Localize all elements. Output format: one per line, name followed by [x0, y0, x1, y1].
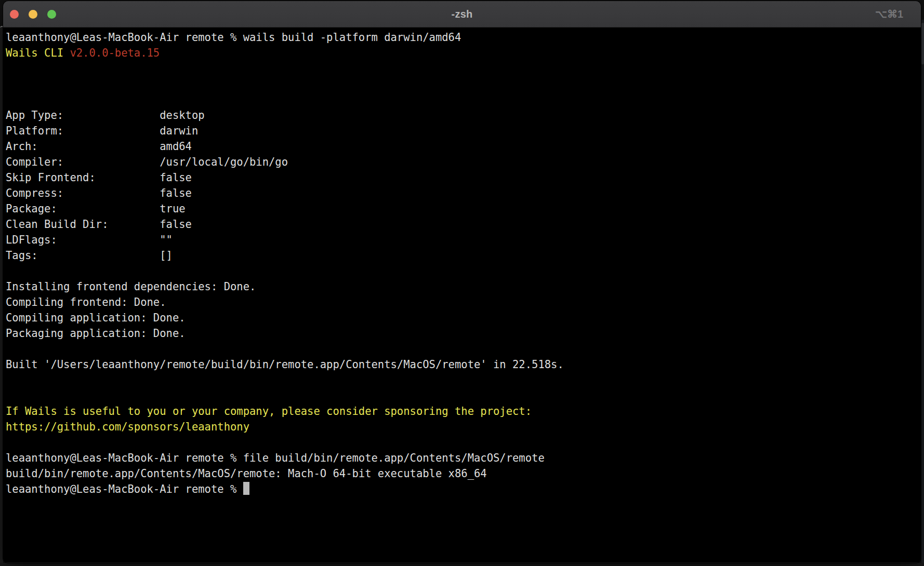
background-strip-bottom	[0, 563, 924, 566]
terminal-line: Package: true	[6, 201, 919, 217]
terminal-line: App Type: desktop	[6, 107, 919, 123]
terminal-text-segment: leaanthony@Leas-MacBook-Air remote % wai…	[6, 31, 461, 44]
titlebar[interactable]: -zsh ⌥⌘1	[3, 1, 921, 28]
window-title: -zsh	[3, 8, 921, 20]
terminal-line: Skip Frontend: false	[6, 170, 919, 185]
terminal-text-segment: Platform: darwin	[6, 125, 198, 137]
terminal-line	[6, 341, 919, 357]
terminal-line	[6, 372, 919, 388]
terminal-line: LDFlags: ""	[6, 232, 919, 248]
traffic-lights	[10, 1, 56, 27]
cursor-block	[243, 482, 249, 495]
terminal-line: Installing frontend dependencies: Done.	[6, 279, 919, 294]
terminal-text-segment: Clean Build Dir: false	[6, 218, 192, 231]
terminal-text-segment: Skip Frontend: false	[6, 171, 192, 184]
terminal-line: https://github.com/sponsors/leaanthony	[6, 419, 919, 435]
terminal-line	[6, 263, 919, 279]
terminal-text-segment: LDFlags: ""	[6, 234, 173, 246]
terminal-line: Built '/Users/leaanthony/remote/build/bi…	[6, 357, 919, 372]
terminal-line: Compiling application: Done.	[6, 310, 919, 326]
terminal-text-segment: Arch: amd64	[6, 140, 192, 153]
terminal-line: Packaging application: Done.	[6, 326, 919, 341]
terminal-text-segment: leaanthony@Leas-MacBook-Air remote %	[6, 483, 243, 495]
terminal-line: build/bin/remote.app/Contents/MacOS/remo…	[6, 466, 919, 481]
terminal-text-segment: https://github.com/sponsors/leaanthony	[6, 421, 249, 433]
terminal-line: Tags: []	[6, 248, 919, 263]
terminal-text-segment: v2.0.0-beta.15	[70, 47, 160, 59]
terminal-text-segment: If Wails is useful to you or your compan…	[6, 405, 532, 417]
terminal-line: Compress: false	[6, 185, 919, 201]
terminal-line: Compiling frontend: Done.	[6, 294, 919, 310]
terminal-line: If Wails is useful to you or your compan…	[6, 403, 919, 419]
terminal-line: Arch: amd64	[6, 139, 919, 154]
terminal-text-segment: Built '/Users/leaanthony/remote/build/bi…	[6, 358, 564, 371]
terminal-text-segment: leaanthony@Leas-MacBook-Air remote % fil…	[6, 452, 545, 464]
terminal-text-segment: Compiler: /usr/local/go/bin/go	[6, 156, 288, 168]
zoom-button[interactable]	[47, 10, 56, 19]
terminal-text-segment: Compiling frontend: Done.	[6, 296, 166, 308]
terminal-window: -zsh ⌥⌘1 leaanthony@Leas-MacBook-Air rem…	[3, 1, 921, 563]
terminal-text-segment: App Type: desktop	[6, 109, 205, 122]
terminal-line	[6, 76, 919, 92]
terminal-line	[6, 92, 919, 107]
terminal-line	[6, 435, 919, 450]
terminal-text-segment: Wails CLI	[6, 47, 70, 59]
terminal-line: Wails CLI v2.0.0-beta.15	[6, 45, 919, 61]
terminal-text-segment: Tags: []	[6, 249, 173, 262]
terminal-line: Clean Build Dir: false	[6, 217, 919, 232]
terminal-line	[6, 388, 919, 403]
terminal-line: leaanthony@Leas-MacBook-Air remote % wai…	[6, 30, 919, 45]
terminal-text-segment: Package: true	[6, 203, 186, 215]
terminal-text-segment: Compress: false	[6, 187, 192, 199]
terminal-text-segment: Installing frontend dependencies: Done.	[6, 280, 256, 293]
terminal-screen[interactable]: leaanthony@Leas-MacBook-Air remote % wai…	[3, 28, 921, 562]
terminal-line: leaanthony@Leas-MacBook-Air remote % fil…	[6, 450, 919, 466]
window-shortcut-badge: ⌥⌘1	[875, 1, 903, 27]
background-scrollbar-thumb	[921, 23, 924, 64]
minimize-button[interactable]	[29, 10, 37, 19]
close-button[interactable]	[10, 10, 19, 19]
terminal-line: Compiler: /usr/local/go/bin/go	[6, 154, 919, 170]
terminal-text-segment: Packaging application: Done.	[6, 327, 186, 340]
background-window-edge-right	[921, 20, 924, 566]
terminal-text-segment: Compiling application: Done.	[6, 312, 186, 324]
terminal-text-segment: build/bin/remote.app/Contents/MacOS/remo…	[6, 467, 487, 480]
terminal-line: Platform: darwin	[6, 123, 919, 139]
terminal-line	[6, 61, 919, 76]
terminal-line: leaanthony@Leas-MacBook-Air remote %	[6, 481, 919, 497]
